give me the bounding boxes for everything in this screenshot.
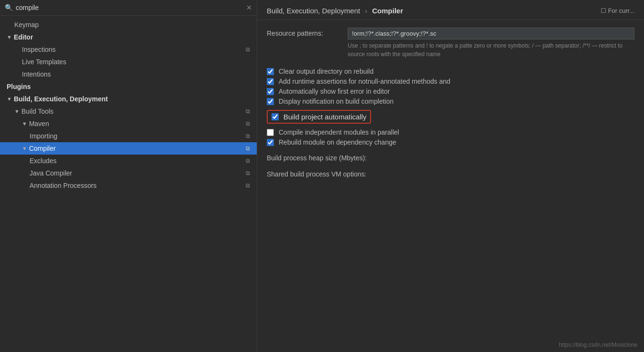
checkbox-row-display-notification: Display notification on build completion xyxy=(267,98,634,105)
checkbox-rebuild-dependency[interactable] xyxy=(267,139,274,146)
checkbox-compile-parallel[interactable] xyxy=(267,129,274,136)
sidebar-item-editor[interactable]: ▼Editor xyxy=(0,31,257,43)
checkboxes-container: Clear output directory on rebuild Add ru… xyxy=(267,65,634,148)
sidebar-item-excludes[interactable]: Excludes⧉ xyxy=(0,155,257,167)
breadcrumb: Build, Execution, Deployment › Compiler xyxy=(267,7,403,15)
checkbox-row-rebuild-dependency: Rebuild module on dependency change xyxy=(267,138,634,146)
copy-icon: ⧉ xyxy=(246,133,250,139)
resource-patterns-input[interactable] xyxy=(348,28,634,39)
copy-icon: ⧉ xyxy=(246,120,250,127)
sidebar: 🔍 ✕ Keymap▼EditorInspections⧉Live Templa… xyxy=(0,0,257,352)
sidebar-item-label: Importing xyxy=(30,132,57,140)
sidebar-item-label: Editor xyxy=(14,33,33,41)
sidebar-item-keymap[interactable]: Keymap xyxy=(0,19,257,31)
checkbox-row-runtime-assertions: Add runtime assertions for notnull-annot… xyxy=(267,78,634,85)
sidebar-item-build-tools[interactable]: ▼Build Tools⧉ xyxy=(0,105,257,117)
sidebar-item-label: Compiler xyxy=(29,145,56,152)
copy-icon: ⧉ xyxy=(246,170,250,176)
search-clear-button[interactable]: ✕ xyxy=(246,4,252,11)
sidebar-item-label: Inspections xyxy=(22,46,56,53)
right-body: Resource patterns: Use ; to separate pat… xyxy=(257,20,644,188)
search-icon: 🔍 xyxy=(5,4,13,11)
copy-icon: ⧉ xyxy=(246,108,250,115)
triangle-icon: ▼ xyxy=(14,108,20,114)
checkbox-display-notification[interactable] xyxy=(267,98,274,105)
sidebar-item-label: Java Compiler xyxy=(30,169,72,177)
for-current-label: ☐ For curr... xyxy=(601,7,634,14)
triangle-icon: ▼ xyxy=(7,34,12,40)
copy-icon: ⧉ xyxy=(246,182,250,189)
sidebar-item-inspections[interactable]: Inspections⧉ xyxy=(0,43,257,56)
sidebar-item-label: Excludes xyxy=(30,157,57,165)
copy-icon: ⧉ xyxy=(246,145,250,152)
triangle-icon: ▼ xyxy=(22,146,27,151)
breadcrumb-arrow: › xyxy=(365,7,367,15)
footer-url: https://blog.csdn.net/Mosiclone xyxy=(559,342,637,348)
sidebar-item-java-compiler[interactable]: Java Compiler⧉ xyxy=(0,167,257,179)
checkbox-label-build-automatically: Build project automatically xyxy=(283,113,366,121)
sidebar-item-label: Maven xyxy=(29,120,49,127)
checkbox-clear-output[interactable] xyxy=(267,68,274,75)
right-header: Build, Execution, Deployment › Compiler … xyxy=(257,0,644,20)
resource-patterns-row: Resource patterns: Use ; to separate pat… xyxy=(267,28,634,59)
triangle-icon: ▼ xyxy=(7,96,12,102)
checkbox-label-runtime-assertions: Add runtime assertions for notnull-annot… xyxy=(279,78,450,85)
checkbox-label-display-notification: Display notification on build completion xyxy=(279,98,393,105)
copy-icon: ⧉ xyxy=(246,157,250,164)
search-input[interactable] xyxy=(16,4,246,11)
resource-patterns-hint: Use ; to separate patterns and ! to nega… xyxy=(348,41,634,59)
sidebar-item-label: Plugins xyxy=(7,83,31,90)
right-panel: Build, Execution, Deployment › Compiler … xyxy=(257,0,644,352)
heap-size-label: Build process heap size (Mbytes): xyxy=(267,154,634,162)
sidebar-item-label: Keymap xyxy=(14,21,39,29)
checkbox-label-auto-show-error: Automatically show first error in editor xyxy=(279,88,390,95)
sidebar-item-label: Annotation Processors xyxy=(30,182,97,189)
resource-patterns-input-wrap: Use ; to separate patterns and ! to nega… xyxy=(348,28,634,59)
sidebar-item-live-templates[interactable]: Live Templates xyxy=(0,56,257,68)
sidebar-item-importing[interactable]: Importing⧉ xyxy=(0,130,257,142)
copy-icon: ⧉ xyxy=(246,46,250,53)
triangle-icon: ▼ xyxy=(22,121,27,127)
sidebar-item-intentions[interactable]: Intentions xyxy=(0,68,257,80)
breadcrumb-prefix: Build, Execution, Deployment xyxy=(267,7,360,15)
vm-options-label: Shared build process VM options: xyxy=(267,170,634,178)
checkbox-label-compile-parallel: Compile independent modules in parallel xyxy=(279,128,399,136)
sidebar-item-maven[interactable]: ▼Maven⧉ xyxy=(0,117,257,130)
checkbox-runtime-assertions[interactable] xyxy=(267,78,274,85)
search-bar: 🔍 ✕ xyxy=(0,0,257,16)
checkbox-row-compile-parallel: Compile independent modules in parallel xyxy=(267,128,634,136)
sidebar-item-label: Live Templates xyxy=(22,58,66,66)
sidebar-item-compiler[interactable]: ▼Compiler⧉ xyxy=(0,142,257,155)
checkbox-row-auto-show-error: Automatically show first error in editor xyxy=(267,88,634,95)
sidebar-item-label: Intentions xyxy=(22,70,51,78)
resource-patterns-label: Resource patterns: xyxy=(267,28,348,37)
checkbox-auto-show-error[interactable] xyxy=(267,88,274,95)
sidebar-item-build-exec-deploy[interactable]: ▼Build, Execution, Deployment xyxy=(0,93,257,105)
sidebar-item-label: Build Tools xyxy=(21,108,53,115)
checkbox-build-automatically[interactable] xyxy=(272,113,279,120)
breadcrumb-current: Compiler xyxy=(372,7,403,15)
sidebar-item-annotation-processors[interactable]: Annotation Processors⧉ xyxy=(0,179,257,192)
checkbox-label-clear-output: Clear output directory on rebuild xyxy=(279,68,373,75)
sidebar-item-label: Build, Execution, Deployment xyxy=(14,95,108,103)
checkbox-row-build-automatically: Build project automatically xyxy=(267,110,371,124)
sidebar-item-plugins[interactable]: Plugins xyxy=(0,80,257,93)
checkbox-row-clear-output: Clear output directory on rebuild xyxy=(267,68,634,75)
sidebar-tree: Keymap▼EditorInspections⧉Live TemplatesI… xyxy=(0,16,257,352)
checkbox-label-rebuild-dependency: Rebuild module on dependency change xyxy=(279,138,396,146)
